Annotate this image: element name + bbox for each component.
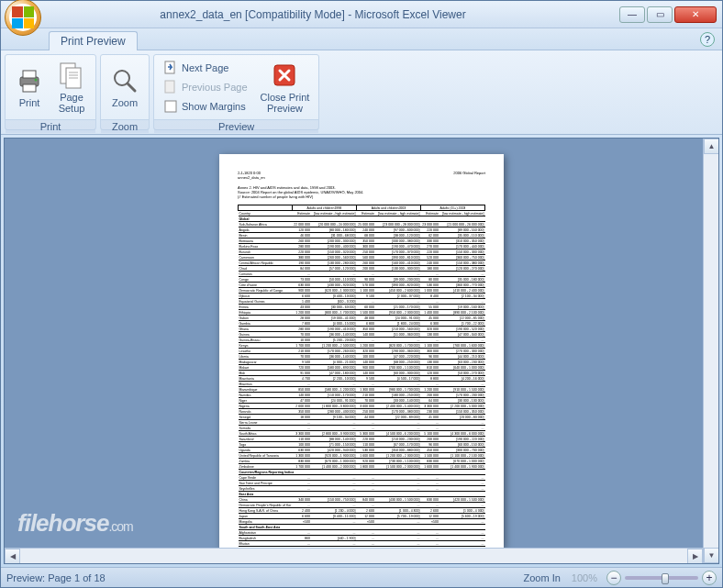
maximize-button[interactable]: ▭ <box>647 6 673 23</box>
print-button[interactable]: Print <box>9 57 50 117</box>
print-label: Print <box>19 97 40 108</box>
ribbon-tab-strip: Print Preview ? <box>1 28 722 50</box>
svg-line-10 <box>128 83 135 91</box>
ribbon-group-print: Print Page Setup Print <box>5 54 96 130</box>
scroll-down-icon[interactable]: ▼ <box>704 548 719 563</box>
watermark-brand: filehorse <box>17 509 108 537</box>
page-setup-icon <box>57 61 86 90</box>
page-setup-label: Page Setup <box>59 92 85 114</box>
magnifier-icon <box>110 66 139 95</box>
close-button[interactable]: ✕ <box>674 6 717 23</box>
watermark: filehorse.com <box>17 509 133 538</box>
next-page-label: Next Page <box>182 62 228 73</box>
preview-page: 2-1-1820 0:00 annex2_data_en2006 Global … <box>219 154 504 549</box>
office-button[interactable] <box>5 0 41 36</box>
group-print-label: Print <box>6 119 95 133</box>
svg-rect-12 <box>165 81 174 93</box>
status-preview-text: Preview: Page 1 of 18 <box>6 572 106 583</box>
zoom-control: Zoom In 100% − + <box>524 571 717 585</box>
scroll-track-v[interactable] <box>704 154 718 548</box>
watermark-tld: .com <box>108 519 132 534</box>
previous-page-label: Previous Page <box>182 82 248 93</box>
status-bar: Preview: Page 1 of 18 Zoom In 100% − + <box>1 567 722 587</box>
show-margins-label: Show Margins <box>182 101 246 112</box>
zoom-slider[interactable] <box>625 576 698 580</box>
horizontal-scrollbar[interactable]: ◀ ▶ <box>5 548 703 563</box>
close-preview-label: Close Print Preview <box>261 92 310 114</box>
window-controls: — ▭ ✕ <box>619 6 717 23</box>
ribbon: Print Page Setup Print Zoom <box>1 50 722 135</box>
zoom-percent[interactable]: 100% <box>572 572 597 583</box>
close-print-preview-button[interactable]: Close Print Preview <box>255 57 316 117</box>
tab-print-preview[interactable]: Print Preview <box>49 31 138 50</box>
minimize-button[interactable]: — <box>619 6 645 23</box>
vertical-scrollbar[interactable]: ▲ ▼ <box>703 139 718 563</box>
svg-rect-2 <box>23 84 36 92</box>
zoom-label: Zoom <box>112 97 138 108</box>
scroll-right-icon[interactable]: ▶ <box>687 549 703 564</box>
page-setup-button[interactable]: Page Setup <box>51 57 92 117</box>
show-margins-checkbox[interactable]: Show Margins <box>160 97 251 116</box>
scroll-track-h[interactable] <box>20 549 687 563</box>
previous-page-button: Previous Page <box>160 78 251 96</box>
title-bar: annex2_data_en [Compatibility Mode] - Mi… <box>1 1 722 28</box>
zoom-in-button[interactable]: + <box>702 571 717 585</box>
ribbon-group-zoom: Zoom Zoom <box>100 54 150 130</box>
close-preview-icon <box>270 61 299 90</box>
previous-page-icon <box>163 80 178 94</box>
scroll-left-icon[interactable]: ◀ <box>5 549 20 564</box>
zoom-in-label[interactable]: Zoom In <box>524 572 561 583</box>
zoom-out-button[interactable]: − <box>606 571 621 585</box>
group-preview-label: Preview <box>154 119 318 133</box>
group-zoom-label: Zoom <box>101 119 149 133</box>
svg-rect-1 <box>23 71 36 78</box>
scroll-up-icon[interactable]: ▲ <box>704 139 719 154</box>
svg-rect-13 <box>165 101 176 112</box>
next-page-icon <box>163 61 178 75</box>
help-icon[interactable]: ? <box>700 32 715 47</box>
printer-icon <box>15 66 44 95</box>
next-page-button[interactable]: Next Page <box>160 59 251 77</box>
ribbon-group-preview: Next Page Previous Page Show Margins <box>153 54 319 130</box>
svg-point-3 <box>35 78 38 81</box>
window-title: annex2_data_en [Compatibility Mode] - Mi… <box>6 8 619 21</box>
checkbox-icon <box>163 99 178 114</box>
zoom-button[interactable]: Zoom <box>105 57 145 117</box>
preview-workspace: 2-1-1820 0:00 annex2_data_en2006 Global … <box>4 138 719 564</box>
